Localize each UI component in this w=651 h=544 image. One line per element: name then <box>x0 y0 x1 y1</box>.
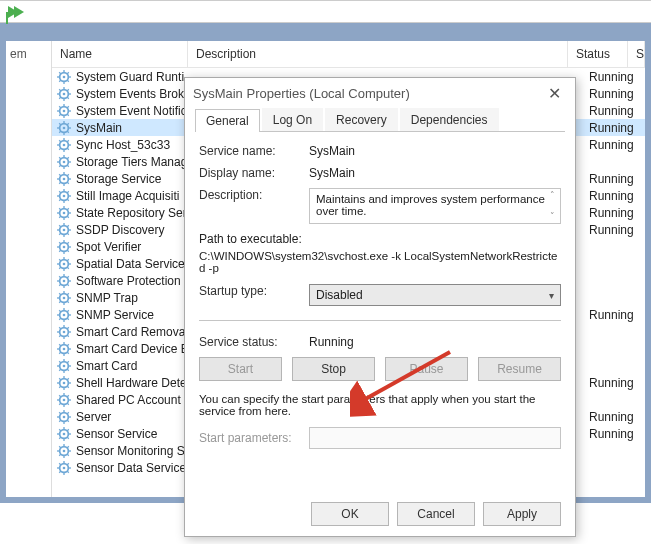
cancel-button[interactable]: Cancel <box>397 502 475 526</box>
column-description[interactable]: Description <box>188 41 568 67</box>
svg-point-171 <box>63 364 66 367</box>
play-icon[interactable] <box>8 6 24 18</box>
properties-dialog: SysMain Properties (Local Computer) ✕ Ge… <box>184 77 576 537</box>
label-start-params: Start parameters: <box>199 431 309 445</box>
start-button[interactable]: Start <box>199 357 282 381</box>
svg-line-209 <box>67 412 69 414</box>
svg-point-51 <box>63 160 66 163</box>
service-status: Running <box>585 189 645 203</box>
start-params-input[interactable] <box>309 427 561 449</box>
svg-line-87 <box>67 216 69 218</box>
svg-line-18 <box>59 97 61 99</box>
gear-icon <box>56 273 72 289</box>
svg-line-208 <box>59 420 61 422</box>
tab-logon[interactable]: Log On <box>262 108 323 131</box>
gear-icon <box>56 222 72 238</box>
startup-type-select[interactable]: Disabled ▾ <box>309 284 561 306</box>
description-box[interactable]: Maintains and improves system performanc… <box>309 188 561 224</box>
svg-line-149 <box>67 310 69 312</box>
svg-line-39 <box>67 123 69 125</box>
svg-line-117 <box>67 267 69 269</box>
svg-line-86 <box>59 208 61 210</box>
gear-icon <box>56 256 72 272</box>
scroll-up-icon[interactable]: ˄ <box>546 191 558 200</box>
gear-icon <box>56 290 72 306</box>
column-status[interactable]: Status <box>568 41 628 67</box>
gear-icon <box>56 341 72 357</box>
stop-button[interactable]: Stop <box>292 357 375 381</box>
svg-line-116 <box>59 259 61 261</box>
scroll-down-icon[interactable]: ˅ <box>546 212 558 221</box>
svg-line-168 <box>59 352 61 354</box>
svg-line-179 <box>67 361 69 363</box>
svg-line-217 <box>67 437 69 439</box>
svg-line-199 <box>67 395 69 397</box>
service-status: Running <box>585 410 645 424</box>
svg-line-46 <box>59 140 61 142</box>
svg-point-71 <box>63 194 66 197</box>
tab-dependencies[interactable]: Dependencies <box>400 108 499 131</box>
svg-line-58 <box>59 165 61 167</box>
svg-line-106 <box>59 242 61 244</box>
svg-line-7 <box>67 80 69 82</box>
gear-icon <box>56 205 72 221</box>
label-path: Path to executable: <box>199 232 561 246</box>
column-startup[interactable]: S <box>628 41 645 67</box>
svg-line-139 <box>67 293 69 295</box>
gear-icon <box>56 426 72 442</box>
svg-line-48 <box>59 148 61 150</box>
svg-line-166 <box>59 344 61 346</box>
tab-general[interactable]: General <box>195 109 260 132</box>
tab-recovery[interactable]: Recovery <box>325 108 398 131</box>
svg-point-91 <box>63 228 66 231</box>
tab-body: Service name: SysMain Display name: SysM… <box>185 132 575 461</box>
svg-line-69 <box>67 174 69 176</box>
left-pane-fragment: em <box>6 41 52 497</box>
note-text: You can specify the start parameters tha… <box>199 393 561 417</box>
service-status: Running <box>585 172 645 186</box>
gear-icon <box>56 375 72 391</box>
svg-point-31 <box>63 126 66 129</box>
svg-line-19 <box>67 89 69 91</box>
svg-line-186 <box>59 378 61 380</box>
dialog-title-bar: SysMain Properties (Local Computer) ✕ <box>185 78 575 108</box>
service-status: Running <box>585 87 645 101</box>
svg-point-111 <box>63 262 66 265</box>
value-service-name: SysMain <box>309 144 561 158</box>
gear-icon <box>56 460 72 476</box>
svg-line-96 <box>59 225 61 227</box>
svg-line-88 <box>59 216 61 218</box>
svg-line-126 <box>59 276 61 278</box>
separator <box>199 320 561 321</box>
svg-line-6 <box>59 72 61 74</box>
apply-button[interactable]: Apply <box>483 502 561 526</box>
label-description: Description: <box>199 188 309 202</box>
gear-icon <box>56 307 72 323</box>
svg-line-99 <box>67 225 69 227</box>
svg-point-81 <box>63 211 66 214</box>
svg-point-221 <box>63 449 66 452</box>
service-status: Running <box>585 206 645 220</box>
svg-line-136 <box>59 293 61 295</box>
svg-point-21 <box>63 109 66 112</box>
svg-point-11 <box>63 92 66 95</box>
ok-button[interactable]: OK <box>311 502 389 526</box>
svg-point-201 <box>63 415 66 418</box>
svg-line-238 <box>59 471 61 473</box>
svg-line-56 <box>59 157 61 159</box>
svg-line-158 <box>59 335 61 337</box>
svg-line-219 <box>67 429 69 431</box>
svg-line-169 <box>67 344 69 346</box>
svg-line-229 <box>67 446 69 448</box>
svg-line-9 <box>67 72 69 74</box>
gear-icon <box>56 409 72 425</box>
svg-line-129 <box>67 276 69 278</box>
gear-icon <box>56 120 72 136</box>
svg-line-198 <box>59 403 61 405</box>
close-icon[interactable]: ✕ <box>542 82 567 105</box>
svg-line-57 <box>67 165 69 167</box>
resume-button[interactable]: Resume <box>478 357 561 381</box>
column-name[interactable]: Name <box>52 41 188 67</box>
svg-line-146 <box>59 310 61 312</box>
pause-button[interactable]: Pause <box>385 357 468 381</box>
